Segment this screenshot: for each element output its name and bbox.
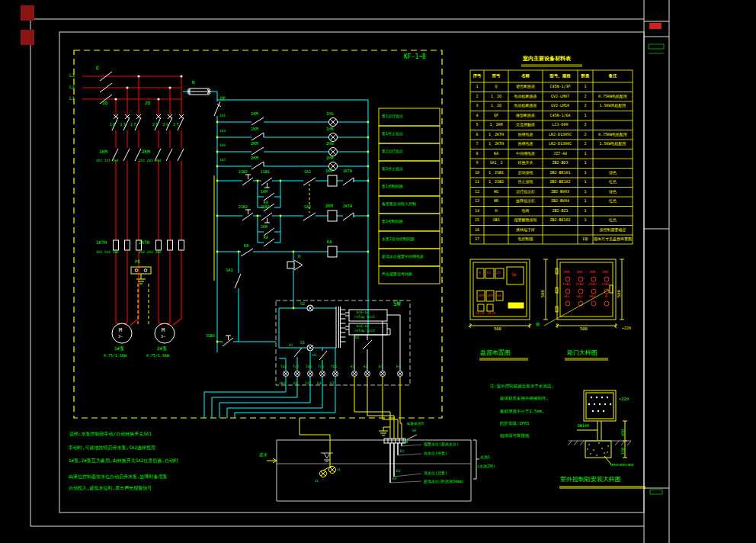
outdoor-detail-title: 室外控制箱安装大样图 xyxy=(560,477,621,483)
table-cell: 交流接触器 xyxy=(508,123,543,127)
electrode-e1: E1 xyxy=(400,450,404,454)
table-cell: 1、2KM xyxy=(484,123,508,127)
table-cell: 12 xyxy=(470,190,484,194)
door-dim-width: 500 xyxy=(580,327,588,332)
qf-label: QF xyxy=(220,96,226,101)
junction-dots xyxy=(216,121,370,343)
table-cell: 1 xyxy=(470,85,484,88)
wire-label-2rst: 2R 2S 2T xyxy=(152,123,180,127)
phase-label-l1: L1 xyxy=(69,96,75,101)
wire-num-105: 105 xyxy=(219,144,226,148)
note-line-1: 说明:水泵控制设手动/自动转换开关SA1 xyxy=(69,432,152,436)
lamp3-label: 2HG xyxy=(326,142,334,146)
table-cell: Q xyxy=(484,85,508,88)
contactor2-label: 2KM xyxy=(142,149,150,154)
panel-2kth: 2KTH xyxy=(487,312,495,316)
coil1-label: 1KM xyxy=(325,169,333,174)
table-cell: 1 xyxy=(578,218,593,222)
note-line-3: 1#泵,2#泵互为备用,由转换开关SA2任意切换,自动时 xyxy=(69,458,178,463)
table-cell: ZB2-BD3 xyxy=(543,161,578,165)
level-desc-e3: 超低水位(距池底50mm) xyxy=(424,480,464,484)
table-cell: 5 xyxy=(470,123,484,127)
table-cell: ZB2-BZ1 xyxy=(543,209,578,213)
seal2-label: 2KM xyxy=(261,225,267,229)
table-cell: 1.5KW风机配用 xyxy=(593,104,633,108)
terminal-row xyxy=(284,371,403,377)
wire-tag-2: U1 xyxy=(293,382,297,386)
power-symbols xyxy=(100,72,184,343)
motor2-power: 0.75/1.5KW xyxy=(146,354,169,358)
wire-label-2uvw2: 2U2 2V2 2W2 xyxy=(139,251,162,255)
table-cell: 电动机断路器 xyxy=(508,95,543,98)
panel-ka: KA xyxy=(497,294,501,298)
row1-contact: 1KM xyxy=(251,112,258,117)
table-cell: 1、2Q xyxy=(484,104,508,108)
wire-label-1rst: 1R 1S 1T xyxy=(110,123,137,127)
table-cell: KA xyxy=(484,152,508,156)
motor2-name: 2#泵 xyxy=(157,346,167,351)
panel-2q: 2Q xyxy=(496,272,500,275)
breaker2-label: 2Q xyxy=(145,101,150,105)
phase-label-l3: L3 xyxy=(69,73,75,78)
start1-label: 1SB1 xyxy=(261,170,270,174)
table-header: 序号 xyxy=(470,74,484,79)
wire-label-2uvw: 2U1 2V1 2W1 xyxy=(139,159,162,163)
pe-ground xyxy=(131,267,151,325)
table-cell: 中间继电器 xyxy=(508,152,543,156)
term-ta2: Ta2 xyxy=(280,365,287,369)
table-cell: ZB2-BV03 xyxy=(543,190,578,194)
lamp4-label: 2HR xyxy=(326,156,334,161)
table-cell: 热继电器 xyxy=(508,133,543,137)
door-detail-diagram xyxy=(544,259,624,360)
table-cell: 3 xyxy=(470,104,484,108)
motor1-name: 1#泵 xyxy=(114,346,124,351)
neutral-label: N xyxy=(192,80,195,85)
note-line-2: 手动时,可就地按钮启停水泵,SA2选择投用 xyxy=(69,445,155,450)
term-tc2: Tc2 xyxy=(293,365,299,369)
wire-tag-4: U3 xyxy=(317,382,321,386)
panel-sw: SW xyxy=(511,273,516,277)
u2-label: U2 xyxy=(312,354,316,358)
door-lamp-2hr: 2HR xyxy=(589,271,595,275)
door-sa2: SA2 xyxy=(576,295,582,299)
table-cell: LR2-D1305C xyxy=(543,133,578,137)
electrode-assembly xyxy=(384,435,417,483)
power-circuit xyxy=(82,76,181,325)
ka2-label: KA xyxy=(264,236,268,239)
table-cell: 运行指示灯 xyxy=(508,190,543,194)
kth2-contact-label: 2KTH xyxy=(343,204,352,208)
panel-2km: 2KM xyxy=(487,294,493,298)
table-cell: 15 xyxy=(470,218,484,222)
door-sa1: SA1 xyxy=(563,295,569,299)
s1-label: S1 xyxy=(300,341,305,345)
relay1-line2: relay unit xyxy=(354,316,375,320)
table-header: 型号、规格 xyxy=(543,74,578,79)
outdoor-depth: ≈220 xyxy=(619,397,629,402)
outdoor-dim-150: 150 xyxy=(621,448,625,455)
tank-bracket xyxy=(473,440,479,479)
door-sb3: SB3 xyxy=(589,295,595,299)
tank-name-1: 水池1 xyxy=(480,455,490,459)
thermal1-label: 1KTH xyxy=(96,240,107,245)
table-cell: 1 xyxy=(578,199,593,203)
door-dim-depth: ≈220 xyxy=(622,326,631,330)
row4-contact: 2KM xyxy=(251,156,258,161)
table-cell: 1、2KTH xyxy=(484,142,508,146)
table-header: 符号 xyxy=(484,74,508,79)
sw-level-controller xyxy=(276,300,410,385)
table-cell: 10 xyxy=(470,171,484,175)
table-cell: 故障指示灯 xyxy=(508,199,543,203)
table-cell: C45N-1/3P xyxy=(543,85,578,88)
term-e4: E4 xyxy=(396,365,400,369)
table-cell: GV2-LM10 xyxy=(543,104,578,108)
breaker1-label: 1Q xyxy=(102,101,107,105)
table-cell: 电动机断路器 xyxy=(508,104,543,108)
table-cell: 停止按钮 xyxy=(508,180,543,184)
table-cell: 0.75KW电机配用 xyxy=(593,133,633,137)
kth1-contact-label: 1KTH xyxy=(343,169,352,173)
door-btn-2sb1: 2SB1 xyxy=(588,283,597,287)
table-cell: 8 xyxy=(470,152,484,156)
door-h: H xyxy=(605,295,607,299)
table-cell: 1 xyxy=(578,190,593,194)
door-btn-2sb2: 2SB2 xyxy=(601,283,610,287)
